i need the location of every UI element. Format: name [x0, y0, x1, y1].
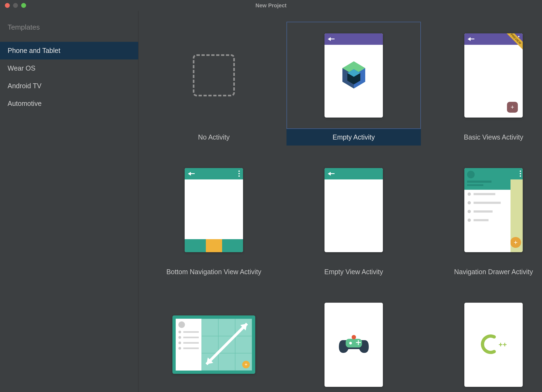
close-icon[interactable] [5, 3, 10, 8]
window-title: New Project [256, 2, 286, 9]
template-responsive-activity[interactable]: + Responsive Activity [147, 291, 281, 392]
template-no-activity[interactable]: No Activity [147, 22, 281, 146]
template-thumbnail: + [426, 156, 542, 264]
template-grid: No Activity [138, 11, 542, 392]
app-bar [185, 168, 243, 179]
svg-rect-9 [346, 339, 362, 347]
template-native-cpp[interactable]: ++ Native C++ [426, 291, 542, 392]
template-label: No Activity [147, 129, 281, 146]
bottom-nav-bar [185, 239, 243, 252]
back-arrow-icon [188, 172, 195, 176]
svg-point-10 [349, 342, 352, 344]
dashed-square-icon [193, 54, 235, 96]
fab-icon: + [242, 361, 250, 368]
template-game-activity-cpp[interactable]: Game Activity (C++) [286, 291, 421, 392]
window-controls [0, 3, 26, 8]
fab-icon: + [507, 102, 518, 113]
sidebar-item-phone-and-tablet[interactable]: Phone and Tablet [0, 42, 138, 59]
phone-preview: + [464, 168, 523, 252]
back-arrow-icon [328, 37, 335, 41]
sidebar-item-wear-os[interactable]: Wear OS [0, 59, 138, 77]
template-empty-activity[interactable]: Empty Activity [286, 22, 421, 146]
template-thumbnail: ++ [426, 291, 542, 392]
sidebar: Templates Phone and Tablet Wear OS Andro… [0, 11, 138, 392]
template-thumbnail: PREVIEW + [426, 22, 542, 129]
template-label: Navigation Drawer Activity [426, 264, 542, 280]
tablet-preview: + [172, 315, 255, 374]
gamepad-icon [338, 333, 370, 356]
phone-preview [185, 168, 243, 252]
fab-icon: + [510, 237, 521, 248]
svg-line-6 [206, 324, 247, 364]
resize-arrow-icon [204, 321, 249, 366]
jetpack-compose-icon [340, 60, 367, 91]
template-label: Bottom Navigation View Activity [147, 264, 281, 280]
template-label: Empty Activity [286, 129, 421, 146]
template-thumbnail [147, 156, 281, 264]
template-label: Empty View Activity [286, 264, 421, 280]
back-arrow-icon [328, 172, 335, 176]
overflow-menu-icon [520, 170, 521, 177]
sidebar-item-automotive[interactable]: Automotive [0, 95, 138, 112]
svg-point-13 [352, 335, 356, 339]
maximize-icon[interactable] [21, 3, 26, 8]
back-arrow-icon [468, 37, 474, 41]
template-thumbnail [286, 22, 421, 129]
app-bar [511, 168, 523, 179]
phone-preview: PREVIEW + [464, 33, 523, 118]
template-thumbnail [286, 291, 421, 392]
app-bar [324, 168, 383, 179]
template-bottom-navigation-view-activity[interactable]: Bottom Navigation View Activity [147, 156, 281, 280]
template-label: Basic Views Activity [426, 129, 542, 146]
phone-preview [324, 33, 383, 118]
svg-rect-12 [358, 340, 359, 345]
phone-preview: ++ [464, 303, 523, 387]
sidebar-heading: Templates [0, 23, 138, 42]
template-empty-view-activity[interactable]: Empty View Activity [286, 156, 421, 280]
phone-preview [324, 168, 383, 252]
overflow-menu-icon [238, 170, 240, 177]
template-thumbnail [286, 156, 421, 264]
template-basic-views-activity[interactable]: PREVIEW + Basic Views Activity [426, 22, 542, 146]
titlebar: New Project [0, 0, 542, 11]
template-thumbnail [147, 22, 281, 129]
phone-preview [324, 303, 383, 387]
template-thumbnail: + [147, 291, 281, 392]
nav-drawer [464, 168, 511, 252]
cpp-icon: ++ [475, 332, 513, 358]
template-navigation-drawer-activity[interactable]: + Navigation Drawer Activity [426, 156, 542, 280]
minimize-icon[interactable] [13, 3, 18, 8]
svg-text:++: ++ [499, 340, 507, 349]
sidebar-item-android-tv[interactable]: Android TV [0, 77, 138, 95]
app-bar [324, 33, 383, 45]
